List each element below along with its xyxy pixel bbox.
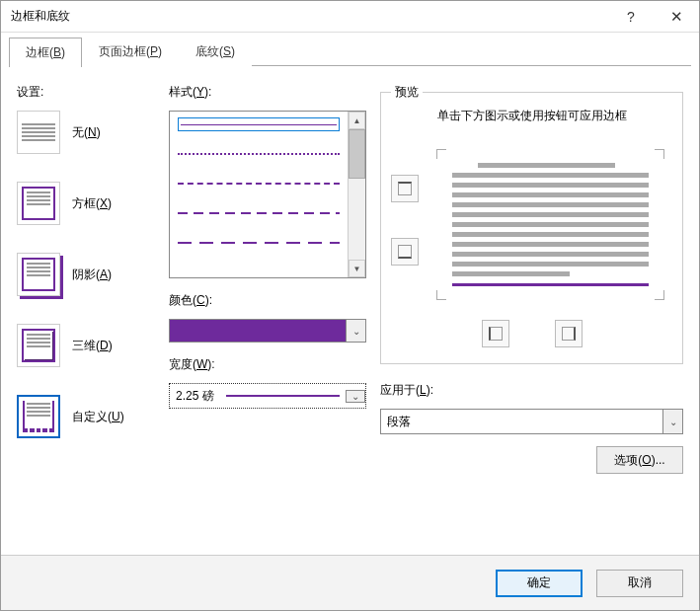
width-picker[interactable]: 2.25 磅 ⌄ (169, 383, 366, 409)
width-value: 2.25 磅 (170, 388, 220, 405)
style-option-dashed-small[interactable] (178, 177, 340, 191)
scroll-up-icon[interactable]: ▲ (349, 112, 365, 129)
border-bottom-icon (398, 245, 412, 259)
scroll-thumb[interactable] (349, 129, 365, 179)
setting-box-label: 方框(X) (72, 195, 112, 212)
close-button[interactable]: ✕ (654, 2, 699, 32)
preview-legend: 预览 (391, 84, 423, 101)
preview-column: 预览 单击下方图示或使用按钮可应用边框 (380, 84, 683, 547)
chevron-down-icon: ⌄ (669, 417, 677, 427)
style-scrollbar[interactable]: ▲ ▼ (348, 112, 365, 277)
preview-hint: 单击下方图示或使用按钮可应用边框 (391, 107, 672, 125)
content-area: 设置: 无(N) 方框(X) 阴影(A) (1, 66, 699, 547)
preview-fieldset: 预览 单击下方图示或使用按钮可应用边框 (380, 84, 683, 364)
apply-to-label: 应用于(L): (380, 382, 683, 399)
border-right-button[interactable] (555, 320, 583, 347)
ok-button[interactable]: 确定 (496, 570, 583, 597)
border-top-icon (398, 182, 412, 195)
setting-none-label: 无(N) (72, 124, 101, 141)
setting-custom-label: 自定义(U) (72, 409, 124, 425)
color-label: 颜色(C): (169, 292, 366, 309)
setting-box-icon (17, 182, 60, 225)
cancel-button[interactable]: 取消 (596, 570, 683, 597)
apply-to-dropdown[interactable]: 段落 ⌄ (380, 409, 683, 434)
preview-area (391, 149, 672, 300)
scroll-down-icon[interactable]: ▼ (349, 260, 365, 277)
style-column: 样式(Y): ▲ ▼ 颜色(C): ⌄ (169, 84, 366, 547)
tab-page-border[interactable]: 页面边框(P) (82, 37, 179, 66)
color-picker[interactable]: ⌄ (169, 319, 366, 343)
preview-page[interactable] (428, 149, 672, 300)
help-button[interactable]: ? (608, 2, 654, 32)
width-preview-line (226, 395, 340, 397)
settings-label: 设置: (17, 84, 155, 101)
style-label: 样式(Y): (169, 84, 366, 101)
borders-shading-dialog: 边框和底纹 ? ✕ 边框(B) 页面边框(P) 底纹(S) 设置: 无(N) 方… (0, 0, 700, 611)
preview-horizontal-buttons (391, 320, 672, 347)
style-option-solid[interactable] (178, 117, 340, 131)
width-label: 宽度(W): (169, 356, 366, 373)
chevron-down-icon: ⌄ (351, 391, 359, 402)
setting-3d-icon (17, 324, 60, 367)
setting-shadow[interactable]: 阴影(A) (17, 253, 155, 296)
border-top-button[interactable] (391, 175, 419, 202)
border-bottom-button[interactable] (391, 238, 419, 266)
dialog-footer: 确定 取消 (1, 555, 699, 610)
setting-custom-icon (17, 395, 60, 438)
border-left-button[interactable] (482, 320, 509, 347)
style-option-dashed-medium[interactable] (178, 206, 340, 220)
setting-shadow-label: 阴影(A) (72, 267, 112, 283)
chevron-down-icon: ⌄ (352, 326, 360, 337)
style-listbox[interactable]: ▲ ▼ (169, 111, 366, 278)
options-button[interactable]: 选项(O)... (596, 446, 683, 474)
preview-vertical-buttons (391, 149, 419, 300)
tab-border[interactable]: 边框(B) (9, 38, 82, 67)
style-option-dashed-large[interactable] (178, 236, 340, 250)
setting-3d-label: 三维(D) (72, 338, 113, 354)
color-dropdown-button[interactable]: ⌄ (347, 319, 366, 343)
border-right-icon (562, 327, 576, 341)
tab-shading[interactable]: 底纹(S) (179, 37, 252, 66)
apply-dropdown-button[interactable]: ⌄ (662, 410, 682, 433)
setting-none[interactable]: 无(N) (17, 111, 155, 154)
preview-paragraph (452, 163, 649, 286)
dialog-title: 边框和底纹 (11, 8, 608, 25)
setting-3d[interactable]: 三维(D) (17, 324, 155, 367)
color-swatch (169, 319, 347, 343)
setting-box[interactable]: 方框(X) (17, 182, 155, 225)
setting-custom[interactable]: 自定义(U) (17, 395, 155, 438)
style-option-dotted[interactable] (178, 147, 340, 161)
style-items (170, 112, 348, 277)
setting-shadow-icon (17, 253, 60, 296)
setting-none-icon (17, 111, 60, 154)
settings-column: 设置: 无(N) 方框(X) 阴影(A) (17, 84, 155, 547)
tab-strip: 边框(B) 页面边框(P) 底纹(S) (1, 33, 699, 66)
titlebar: 边框和底纹 ? ✕ (1, 1, 699, 33)
border-left-icon (489, 327, 503, 341)
width-dropdown-button[interactable]: ⌄ (346, 390, 365, 403)
apply-to-value: 段落 (381, 410, 662, 433)
